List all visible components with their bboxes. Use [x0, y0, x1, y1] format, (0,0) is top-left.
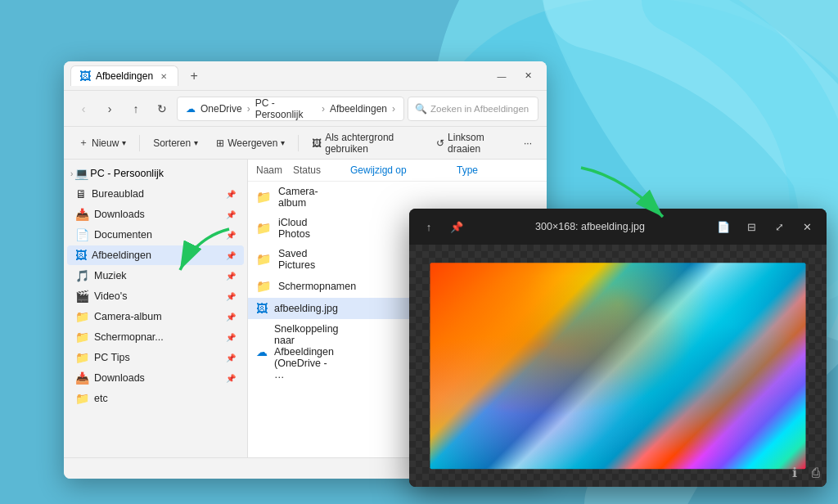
up-button[interactable]: ↑ [124, 97, 147, 120]
pin-icon: 📌 [226, 190, 236, 199]
videos-icon: 🎬 [75, 290, 89, 303]
expand-icon: › [70, 169, 73, 178]
sidebar-downloads-label: Downloads [94, 209, 145, 220]
file-name: Schermopnamen [278, 281, 356, 292]
background-icon: 🖼 [312, 137, 322, 149]
address-bar[interactable]: ☁ OneDrive › PC - Persoonlijk › Afbeeldi… [177, 97, 404, 121]
new-icon: ＋ [79, 136, 88, 150]
new-button[interactable]: ＋ Nieuw ▾ [72, 133, 133, 153]
sidebar-desktop-label: Bureaublad [92, 188, 144, 200]
preview-close-button[interactable]: ✕ [795, 215, 818, 238]
sidebar-item-desktop[interactable]: 🖥 Bureaublad 📌 [67, 184, 244, 204]
sidebar-documents-label: Documenten [94, 229, 152, 241]
pin-icon-4: 📌 [226, 251, 236, 260]
preview-grid-button[interactable]: ⊟ [740, 215, 763, 238]
column-modified[interactable]: Gewijzigd op [350, 164, 457, 176]
preview-share-button[interactable]: ⎙ [812, 466, 820, 480]
pin-icon-7: 📌 [226, 313, 236, 322]
forward-button[interactable]: › [98, 97, 121, 120]
pin-icon-10: 📌 [226, 374, 236, 383]
pin-icon-8: 📌 [226, 333, 236, 342]
file-name: iCloud Photos [278, 217, 310, 240]
add-tab-button[interactable]: + [183, 65, 205, 87]
minimize-button[interactable]: — [489, 66, 514, 86]
preview-info-button[interactable]: ℹ [792, 465, 797, 480]
file-list-header: Naam Status Gewijzigd op Type [248, 160, 547, 182]
desktop-icon: 🖥 [75, 187, 87, 200]
view-chevron: ▾ [281, 138, 285, 147]
sort-label: Sorteren [153, 137, 191, 149]
pctips-icon: 📁 [75, 351, 89, 364]
sidebar-camera-label: Camera-album [94, 311, 162, 322]
sidebar-screenshots-label: Schermopnar... [94, 331, 164, 343]
preview-up-button[interactable]: ↑ [417, 215, 440, 238]
sidebar-item-videos[interactable]: 🎬 Video's 📌 [67, 286, 244, 306]
pin-icon-2: 📌 [226, 210, 236, 219]
preview-image [430, 263, 806, 469]
search-icon: 🔍 [415, 103, 427, 115]
sidebar-item-music[interactable]: 🎵 Muziek 📌 [67, 266, 244, 286]
sort-chevron: ▾ [194, 138, 198, 147]
column-status: Status [293, 164, 350, 176]
active-tab[interactable]: 🖼 Afbeeldingen ✕ [70, 65, 178, 86]
pin-icon-5: 📌 [226, 272, 236, 281]
file-name: afbeelding.jpg [274, 303, 338, 314]
preview-content: ℹ ⎙ [409, 245, 827, 487]
sidebar-music-label: Muziek [94, 270, 127, 281]
sidebar-downloads2-label: Downloads [94, 372, 145, 384]
column-name: Naam [256, 164, 293, 176]
rotate-button[interactable]: ↺ Linksom draaien [430, 128, 512, 158]
view-icon: ⊞ [216, 137, 224, 149]
sidebar-item-camera-album[interactable]: 📁 Camera-album 📌 [67, 307, 244, 326]
sidebar-item-pctips[interactable]: 📁 PC Tips 📌 [67, 348, 244, 367]
sidebar-item-screenshots[interactable]: 📁 Schermopnar... 📌 [67, 327, 244, 347]
sort-button[interactable]: Sorteren ▾ [146, 134, 205, 152]
tab-icon: 🖼 [79, 70, 91, 83]
title-bar: 🖼 Afbeeldingen ✕ + — ✕ [64, 61, 547, 91]
preview-window: ↑ 📌 300×168: afbeelding.jpg 📄 ⊟ ⤢ ✕ ℹ ⎙ [409, 209, 827, 487]
preview-expand-button[interactable]: ⤢ [768, 215, 791, 238]
link-icon: ☁ [256, 345, 268, 358]
etc-icon: 📁 [75, 392, 89, 405]
file-name: Camera-album [278, 186, 318, 209]
back-button[interactable]: ‹ [72, 97, 95, 120]
sidebar-item-documents[interactable]: 📄 Documenten 📌 [67, 225, 244, 245]
background-button[interactable]: 🖼 Als achtergrond gebruiken [305, 128, 425, 158]
folder-icon: 📁 [256, 279, 272, 294]
new-chevron: ▾ [122, 138, 126, 147]
new-label: Nieuw [92, 137, 119, 149]
more-label: ··· [524, 137, 532, 149]
screenshot-icon: 📁 [75, 331, 89, 344]
sidebar-item-downloads[interactable]: 📥 Downloads 📌 [67, 205, 244, 224]
view-button[interactable]: ⊞ Weergeven ▾ [210, 134, 291, 152]
separator-1 [139, 135, 140, 151]
downloads-icon: 📥 [75, 208, 89, 221]
address-sep3: › [392, 103, 395, 115]
folder-icon: 📁 [256, 190, 272, 205]
pin-icon-6: 📌 [226, 292, 236, 301]
action-bar: ＋ Nieuw ▾ Sorteren ▾ ⊞ Weergeven ▾ 🖼 Als… [64, 127, 547, 160]
close-button[interactable]: ✕ [516, 66, 540, 86]
camera-icon: 📁 [75, 310, 89, 323]
address-folder: Afbeeldingen [330, 103, 387, 115]
tab-close-button[interactable]: ✕ [158, 70, 169, 82]
music-icon: 🎵 [75, 269, 89, 282]
preview-file-button[interactable]: 📄 [712, 215, 735, 238]
window-controls: — ✕ [489, 66, 540, 86]
column-type[interactable]: Type [457, 164, 538, 176]
folder-icon: 📁 [256, 221, 272, 236]
more-button[interactable]: ··· [517, 134, 538, 152]
sidebar-item-etc[interactable]: 📁 etc [67, 389, 244, 408]
nav-toolbar: ‹ › ↑ ↻ ☁ OneDrive › PC - Persoonlijk › … [64, 91, 547, 127]
sidebar-item-images[interactable]: 🖼 Afbeeldingen 📌 [67, 245, 244, 265]
search-placeholder: Zoeken in Afbeeldingen [430, 104, 529, 114]
sidebar: › 💻 PC - Persoonlijk 🖥 Bureaublad 📌 📥 Do… [64, 160, 248, 457]
sidebar-expand-pc[interactable]: › 💻 PC - Persoonlijk [67, 164, 244, 183]
onedrive-icon: ☁ [186, 103, 196, 115]
refresh-button[interactable]: ↻ [151, 97, 173, 120]
search-bar[interactable]: 🔍 Zoeken in Afbeeldingen [408, 97, 538, 121]
sidebar-images-label: Afbeeldingen [92, 250, 151, 261]
preview-pin-button[interactable]: 📌 [445, 215, 468, 238]
file-name: Saved Pictures [278, 248, 315, 271]
sidebar-item-downloads2[interactable]: 📥 Downloads 📌 [67, 368, 244, 388]
